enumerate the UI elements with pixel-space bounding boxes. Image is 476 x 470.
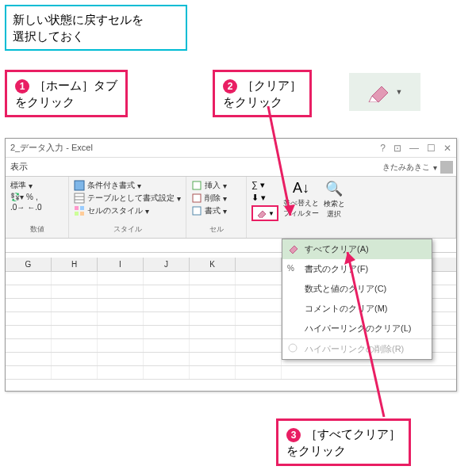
ribbon-group-number: 標準 ▾ 💱▾ % , .0→ ←.0 数値 bbox=[6, 177, 69, 238]
callout-3-text: ［すべてクリア］をクリック bbox=[286, 427, 401, 457]
cell[interactable] bbox=[6, 299, 52, 311]
cell[interactable] bbox=[6, 339, 52, 352]
minimize-icon[interactable]: — bbox=[409, 143, 419, 154]
cell[interactable] bbox=[52, 272, 98, 285]
col-head[interactable]: H bbox=[52, 258, 98, 271]
svg-point-12 bbox=[289, 344, 297, 352]
cell[interactable] bbox=[98, 353, 144, 365]
col-head[interactable]: K bbox=[190, 258, 236, 271]
menu-item-remove-hyperlinks: ハイパーリンクの削除(R) bbox=[282, 339, 432, 359]
menu-item-clear-hyperlinks[interactable]: ハイパーリンクのクリア(L) bbox=[282, 319, 432, 338]
cell[interactable] bbox=[98, 339, 144, 352]
cell[interactable] bbox=[190, 299, 236, 311]
cell[interactable] bbox=[236, 326, 282, 338]
help-icon[interactable]: ? bbox=[380, 143, 386, 154]
eraser-icon bbox=[255, 208, 267, 218]
find-select-button[interactable]: 🔍 検索と選択 bbox=[324, 180, 345, 221]
maximize-icon[interactable]: ☐ bbox=[427, 143, 436, 154]
cell[interactable] bbox=[144, 366, 190, 379]
cell[interactable] bbox=[236, 339, 282, 352]
menu-item-clear-formats[interactable]: % 書式のクリア(F) bbox=[282, 259, 432, 279]
cell[interactable] bbox=[6, 353, 52, 365]
currency-button[interactable]: 💱▾ bbox=[10, 193, 24, 201]
cell[interactable] bbox=[144, 339, 190, 352]
cell[interactable] bbox=[98, 285, 144, 298]
number-format-select[interactable]: 標準 ▾ bbox=[10, 180, 63, 191]
cell[interactable] bbox=[190, 326, 236, 338]
col-head[interactable]: I bbox=[98, 258, 144, 271]
delete-button[interactable]: 削除 ▾ bbox=[191, 193, 241, 204]
ribbon: 標準 ▾ 💱▾ % , .0→ ←.0 数値 条件付き書式 ▾ bbox=[6, 177, 456, 239]
cell[interactable] bbox=[6, 366, 52, 379]
decrease-decimal-button[interactable]: ←.0 bbox=[27, 203, 41, 212]
cell[interactable] bbox=[236, 312, 282, 325]
eraser-icon bbox=[367, 82, 390, 102]
cell[interactable] bbox=[190, 312, 236, 325]
cell[interactable] bbox=[190, 285, 236, 298]
cell[interactable] bbox=[98, 326, 144, 338]
cell[interactable] bbox=[52, 285, 98, 298]
cell[interactable] bbox=[144, 272, 190, 285]
ribbon-group-styles: 条件付き書式 ▾ テーブルとして書式設定 ▾ セルのスタイル ▾ スタイル bbox=[69, 177, 186, 238]
autosum-button[interactable]: ∑ ▾ bbox=[251, 180, 278, 190]
cell[interactable] bbox=[190, 272, 236, 285]
clear-button[interactable]: ▼ bbox=[251, 205, 278, 221]
cell[interactable] bbox=[6, 285, 52, 298]
cell[interactable] bbox=[144, 353, 190, 365]
conditional-format-icon bbox=[74, 180, 85, 191]
cell[interactable] bbox=[236, 272, 282, 285]
cell[interactable] bbox=[6, 326, 52, 338]
cell[interactable] bbox=[144, 312, 190, 325]
cell[interactable] bbox=[98, 272, 144, 285]
col-head[interactable]: G bbox=[6, 258, 52, 271]
conditional-formatting-button[interactable]: 条件付き書式 ▾ bbox=[74, 180, 181, 191]
percent-eraser-icon: % bbox=[287, 262, 298, 273]
link-remove-icon bbox=[287, 342, 298, 353]
table-row[interactable] bbox=[6, 366, 456, 380]
callout-3: 3 ［すべてクリア］をクリック bbox=[276, 418, 411, 466]
close-icon[interactable]: ✕ bbox=[443, 143, 451, 154]
cell[interactable] bbox=[52, 339, 98, 352]
cell[interactable] bbox=[236, 299, 282, 311]
cell[interactable] bbox=[144, 299, 190, 311]
menu-item-clear-contents[interactable]: 数式と値のクリア(C) bbox=[282, 279, 432, 299]
menu-item-clear-comments[interactable]: コメントのクリア(M) bbox=[282, 299, 432, 319]
svg-rect-0 bbox=[75, 181, 84, 190]
cell[interactable] bbox=[98, 312, 144, 325]
titlebar: 2_データ入力 - Excel ? ⊡ — ☐ ✕ bbox=[6, 139, 456, 158]
cell-styles-button[interactable]: セルのスタイル ▾ bbox=[74, 205, 181, 216]
cell[interactable] bbox=[52, 366, 98, 379]
cell[interactable] bbox=[236, 366, 282, 379]
format-button[interactable]: 書式 ▾ bbox=[191, 205, 241, 216]
clear-dropdown-menu: すべてクリア(A) % 書式のクリア(F) 数式と値のクリア(C) コメントのク… bbox=[282, 239, 432, 360]
comma-button[interactable]: , bbox=[36, 193, 38, 201]
callout-2: 2 ［クリア］をクリック bbox=[213, 70, 312, 117]
increase-decimal-button[interactable]: .0→ bbox=[10, 203, 25, 212]
cell[interactable] bbox=[6, 312, 52, 325]
cell[interactable] bbox=[98, 299, 144, 311]
cell[interactable] bbox=[190, 353, 236, 365]
cell[interactable] bbox=[98, 366, 144, 379]
cell[interactable] bbox=[144, 326, 190, 338]
cell[interactable] bbox=[144, 285, 190, 298]
menu-item-clear-all[interactable]: すべてクリア(A) bbox=[282, 239, 432, 259]
cell[interactable] bbox=[190, 339, 236, 352]
insert-button[interactable]: 挿入 ▾ bbox=[191, 180, 241, 191]
callout-2-num: 2 bbox=[223, 79, 237, 94]
format-as-table-button[interactable]: テーブルとして書式設定 ▾ bbox=[74, 193, 181, 204]
cell[interactable] bbox=[190, 366, 236, 379]
cell[interactable] bbox=[52, 326, 98, 338]
cell[interactable] bbox=[52, 353, 98, 365]
col-head[interactable]: J bbox=[144, 258, 190, 271]
cell[interactable] bbox=[236, 285, 282, 298]
percent-button[interactable]: % bbox=[26, 193, 33, 201]
svg-rect-10 bbox=[193, 207, 201, 215]
cell[interactable] bbox=[236, 353, 282, 365]
sort-filter-button[interactable]: A↓ 並べ替えとフィルター bbox=[283, 180, 319, 221]
cell[interactable] bbox=[6, 272, 52, 285]
user-info[interactable]: きたみあきこ ▾ bbox=[382, 161, 453, 174]
cell[interactable] bbox=[52, 312, 98, 325]
fill-button[interactable]: ⬇ ▾ bbox=[251, 193, 278, 203]
ribbon-options-icon[interactable]: ⊡ bbox=[393, 143, 401, 154]
cell[interactable] bbox=[52, 299, 98, 311]
